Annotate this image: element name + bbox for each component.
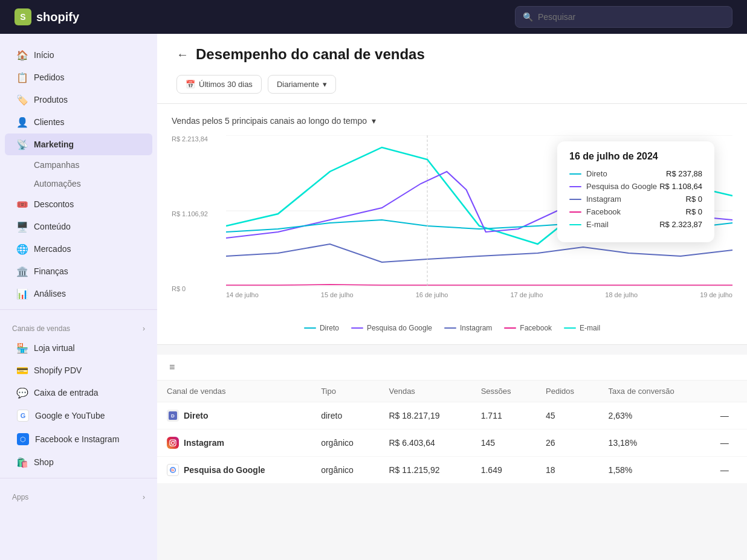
extra-cell: — xyxy=(711,402,747,430)
x-label-3: 17 de julho xyxy=(510,291,543,298)
sidebar-item-label: Marketing xyxy=(34,140,74,149)
channel-name: Direto xyxy=(184,411,208,420)
date-range-filter[interactable]: 📅 Últimos 30 dias xyxy=(176,75,262,94)
logo: S shopify xyxy=(15,8,79,25)
filter-icon[interactable]: ≡ xyxy=(169,362,175,372)
logo-text: shopify xyxy=(36,10,79,24)
sidebar-sub-campanhas[interactable]: Campanhas xyxy=(5,156,152,174)
shop-icon: 🛍️ xyxy=(17,457,28,468)
filters-row: 📅 Últimos 30 dias Diariamente ▾ xyxy=(176,75,728,103)
sidebar-item-label: Google e YouTube xyxy=(35,411,105,420)
sidebar-item-clientes[interactable]: 👤 Clientes xyxy=(5,111,152,133)
col-taxa: Taxa de conversão xyxy=(599,381,711,402)
customers-icon: 👤 xyxy=(17,117,28,127)
extra-cell: — xyxy=(711,430,747,457)
sidebar-item-label: Shop xyxy=(34,457,54,467)
finances-icon: 🏛️ xyxy=(17,266,28,277)
sidebar-item-label: Caixa de entrada xyxy=(34,388,99,397)
direto-icon: D xyxy=(167,410,179,422)
pdv-icon: 💳 xyxy=(17,365,28,376)
sidebar-item-analises[interactable]: 📊 Análises xyxy=(5,283,152,304)
sidebar-item-pedidos[interactable]: 📋 Pedidos xyxy=(5,66,152,88)
search-input[interactable] xyxy=(538,12,725,22)
x-axis: 14 de julho 15 de julho 16 de julho 17 d… xyxy=(226,291,732,298)
tooltip-label-google: Pesquisa do Google xyxy=(569,182,657,191)
content-area: ← Desempenho do canal de vendas 📅 Último… xyxy=(157,34,747,560)
sidebar-item-shopify-pdv[interactable]: 💳 Shopify PDV xyxy=(5,359,152,381)
legend-email: E-mail xyxy=(564,324,600,332)
frequency-label: Diariamente xyxy=(277,80,319,89)
sidebar-item-conteudo[interactable]: 🖥️ Conteúdo xyxy=(5,216,152,237)
instagram-value: R$ 0 xyxy=(686,195,702,204)
sidebar-item-label: Facebook e Instagram xyxy=(35,434,119,444)
chart-section: Vendas pelos 5 principais canais ao long… xyxy=(157,104,747,345)
extra-cell: — xyxy=(711,457,747,484)
sidebar-item-financas[interactable]: 🏛️ Finanças xyxy=(5,260,152,282)
tipo-cell: orgânico xyxy=(311,457,379,484)
col-pedidos: Pedidos xyxy=(536,381,599,402)
sidebar-item-loja-virtual[interactable]: 🏪 Loja virtual xyxy=(5,337,152,359)
sidebar-item-facebook-instagram[interactable]: ⬡ Facebook e Instagram xyxy=(5,428,152,451)
sessoes-cell: 1.649 xyxy=(471,457,536,484)
taxa-cell: 1,58% xyxy=(599,457,711,484)
tooltip-row-google: Pesquisa do Google R$ 1.108,64 xyxy=(569,182,702,191)
back-button[interactable]: ← xyxy=(176,48,189,62)
chevron-down-icon: ▾ xyxy=(323,80,327,89)
col-vendas: Vendas xyxy=(380,381,471,402)
table-row: D Direto direto R$ 18.217,19 1.711 45 2,… xyxy=(157,402,747,430)
orders-icon: 📋 xyxy=(17,72,28,83)
sidebar-item-label: Finanças xyxy=(34,266,68,276)
sidebar-item-caixa-entrada[interactable]: 💬 Caixa de entrada xyxy=(5,382,152,404)
legend-line-direto xyxy=(304,327,316,329)
frequency-filter[interactable]: Diariamente ▾ xyxy=(268,75,336,94)
google-line-indicator xyxy=(569,186,581,187)
direto-value: R$ 237,88 xyxy=(666,169,702,178)
table-body: D Direto direto R$ 18.217,19 1.711 45 2,… xyxy=(157,402,747,484)
channel-cell-inner: D Direto xyxy=(167,410,302,422)
x-label-5: 19 de julho xyxy=(700,291,732,298)
tooltip-row-facebook: Facebook R$ 0 xyxy=(569,207,702,216)
sidebar-item-label: Início xyxy=(34,50,54,60)
x-label-0: 14 de julho xyxy=(226,291,259,298)
svg-point-8 xyxy=(174,441,175,442)
chart-type-selector[interactable]: Vendas pelos 5 principais canais ao long… xyxy=(172,116,732,126)
chart-legend: Direto Pesquisa do Google Instagram Face… xyxy=(172,324,732,332)
col-extra xyxy=(711,381,747,402)
svg-text:G: G xyxy=(171,468,174,472)
sidebar-item-google-youtube[interactable]: G Google e YouTube xyxy=(5,404,152,427)
content-icon: 🖥️ xyxy=(17,221,28,232)
facebook-value: R$ 0 xyxy=(686,207,702,216)
sidebar-item-label: Descontos xyxy=(34,199,74,209)
col-tipo: Tipo xyxy=(311,381,379,402)
sidebar-item-label: Pedidos xyxy=(34,72,65,82)
instagram-line-indicator xyxy=(569,199,581,200)
sidebar-item-descontos[interactable]: 🎟️ Descontos xyxy=(5,193,152,215)
legend-label-google: Pesquisa do Google xyxy=(367,324,432,332)
sub-item-label: Campanhas xyxy=(34,160,80,170)
pedidos-cell: 45 xyxy=(536,402,599,430)
sidebar-item-mercados[interactable]: 🌐 Mercados xyxy=(5,238,152,260)
sidebar-item-label: Clientes xyxy=(34,117,65,127)
table-row: Instagram orgânico R$ 6.403,64 145 26 13… xyxy=(157,430,747,457)
sidebar-sub-automacoes[interactable]: Automações xyxy=(5,175,152,193)
tooltip-date: 16 de julho de 2024 xyxy=(569,151,702,162)
chart-wrapper: R$ 2.213,84 R$ 1.106,92 R$ 0 xyxy=(172,135,732,317)
google-label: Pesquisa do Google xyxy=(586,182,657,191)
sidebar-item-inicio[interactable]: 🏠 Início xyxy=(5,44,152,66)
sidebar-item-marketing[interactable]: 📡 Marketing xyxy=(5,134,152,155)
pedidos-cell: 26 xyxy=(536,430,599,457)
col-canal: Canal de vendas xyxy=(157,381,311,402)
legend-line-facebook xyxy=(504,327,516,329)
y-axis: R$ 2.213,84 R$ 1.106,92 R$ 0 xyxy=(172,135,226,292)
inbox-icon: 💬 xyxy=(17,387,28,398)
tooltip-row-email: E-mail R$ 2.323,87 xyxy=(569,220,702,229)
channel-cell-inner: Instagram xyxy=(167,437,302,449)
legend-label-email: E-mail xyxy=(580,324,600,332)
calendar-icon: 📅 xyxy=(186,80,195,89)
vendas-cell: R$ 18.217,19 xyxy=(380,402,471,430)
channel-name: Pesquisa do Google xyxy=(184,465,265,475)
sidebar-item-produtos[interactable]: 🏷️ Produtos xyxy=(5,89,152,111)
sidebar-item-shop[interactable]: 🛍️ Shop xyxy=(5,451,152,473)
facebook-line-indicator xyxy=(569,211,581,213)
search-bar[interactable]: 🔍 xyxy=(515,6,732,28)
